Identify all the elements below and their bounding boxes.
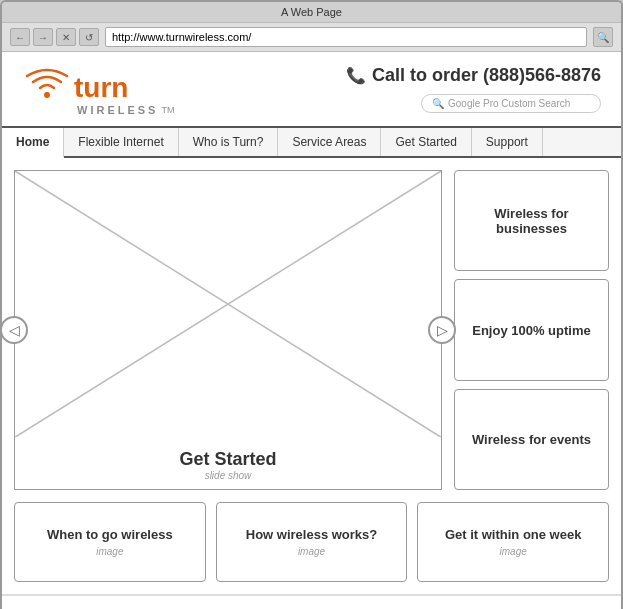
forward-button[interactable]: → [33,28,53,46]
slide-prev-button[interactable]: ◁ [0,316,28,344]
refresh-button[interactable]: ↺ [79,28,99,46]
cards-row: When to go wireless image How wireless w… [2,502,621,594]
site-search-box[interactable]: 🔍 Google Pro Custom Search [421,94,601,113]
card-how-works-sub: image [298,546,325,557]
enjoy-uptime-button[interactable]: Enjoy 100% uptime [454,279,609,380]
logo-wireless-row: WIRELESS TM [22,104,174,116]
browser-window: A Web Page ← → ✕ ↺ 🔍 [0,0,623,609]
stop-button[interactable]: ✕ [56,28,76,46]
wireless-businesses-button[interactable]: Wireless for businesses [454,170,609,271]
logo-text: turn [74,74,128,102]
search-placeholder: Google Pro Custom Search [448,98,570,109]
wireless-events-button[interactable]: Wireless for events [454,389,609,490]
slide-next-button[interactable]: ▷ [428,316,456,344]
browser-titlebar: A Web Page [2,2,621,23]
card-get-it[interactable]: Get it within one week image [417,502,609,582]
logo-area: turn WIRELESS TM [22,62,174,116]
page-title: A Web Page [281,6,342,18]
nav-home[interactable]: Home [2,128,64,158]
slideshow-subtitle: slide show [23,470,433,481]
slideshow-title: Get Started [23,449,433,470]
slideshow-box: Get Started slide show [14,170,442,490]
header-right: 📞 Call to order (888)566-8876 🔍 Google P… [346,65,601,113]
nav-support[interactable]: Support [472,128,543,156]
slideshow-frame [15,171,441,441]
browser-toolbar: ← → ✕ ↺ 🔍 [2,23,621,52]
logo-wireless-text: WIRELESS [77,104,158,116]
main-area: ◁ Get Started slide show ▷ [2,158,621,502]
nav-flexible-internet[interactable]: Flexible Internet [64,128,178,156]
h1-section: H1 – High Speed Broadband for Business S… [2,594,621,609]
browser-search-button[interactable]: 🔍 [593,27,613,47]
card-get-it-title: Get it within one week [445,527,582,542]
card-how-works[interactable]: How wireless works? image [216,502,408,582]
logo-tm: TM [161,105,174,115]
phone-icon: 📞 [346,66,366,85]
site-header: turn WIRELESS TM 📞 Call to order (888)56… [2,52,621,126]
page-content: turn WIRELESS TM 📞 Call to order (888)56… [2,52,621,609]
logo-top: turn [22,62,174,102]
address-bar[interactable] [105,27,587,47]
back-button[interactable]: ← [10,28,30,46]
phone-bar: 📞 Call to order (888)566-8876 [346,65,601,86]
svg-point-0 [44,92,50,98]
nav-who-is-turn[interactable]: Who is Turn? [179,128,279,156]
right-panel: Wireless for businesses Enjoy 100% uptim… [454,170,609,490]
card-when-wireless[interactable]: When to go wireless image [14,502,206,582]
main-nav: Home Flexible Internet Who is Turn? Serv… [2,126,621,158]
card-when-wireless-sub: image [96,546,123,557]
card-when-wireless-title: When to go wireless [47,527,173,542]
slideshow-container: ◁ Get Started slide show ▷ [14,170,442,490]
nav-buttons: ← → ✕ ↺ [10,28,99,46]
nav-service-areas[interactable]: Service Areas [278,128,381,156]
card-how-works-title: How wireless works? [246,527,378,542]
card-get-it-sub: image [500,546,527,557]
slideshow-text: Get Started slide show [15,441,441,489]
search-icon: 🔍 [432,98,444,109]
phone-label: Call to order (888)566-8876 [372,65,601,86]
logo-wifi-icon [22,62,72,102]
slideshow-placeholder-svg [15,171,441,437]
nav-get-started[interactable]: Get Started [381,128,471,156]
